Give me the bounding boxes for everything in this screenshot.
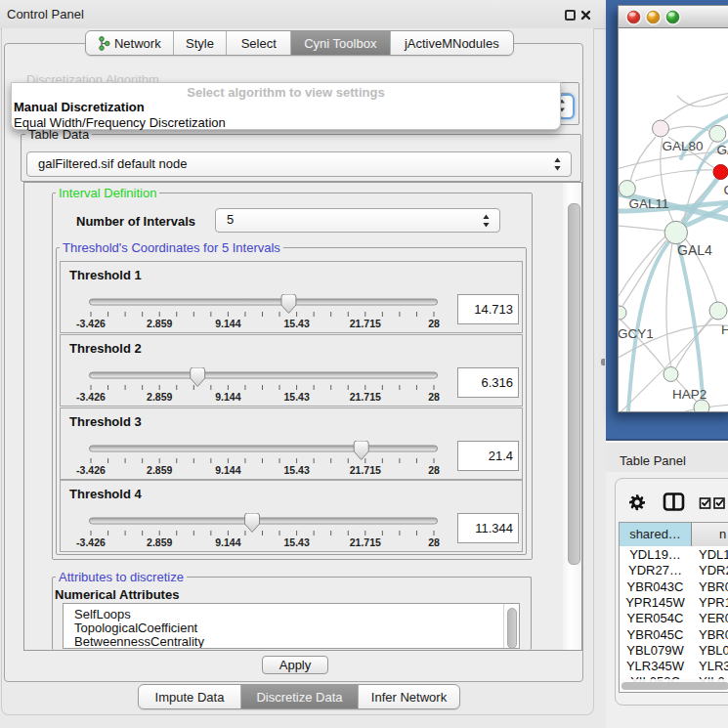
- svg-text:15.43: 15.43: [283, 391, 309, 403]
- svg-text:28: 28: [428, 391, 440, 403]
- svg-text:2.859: 2.859: [147, 391, 172, 403]
- svg-text:28: 28: [428, 464, 440, 476]
- svg-text:9.144: 9.144: [215, 318, 240, 329]
- svg-text:21.715: 21.715: [350, 464, 381, 476]
- svg-text:15.43: 15.43: [283, 318, 309, 329]
- svg-text:GA: GA: [717, 143, 728, 157]
- svg-text:21.715: 21.715: [350, 391, 381, 403]
- svg-text:2.859: 2.859: [147, 464, 172, 476]
- svg-text:-3.426: -3.426: [76, 536, 106, 548]
- svg-text:-3.426: -3.426: [76, 464, 106, 476]
- svg-text:HAP2: HAP2: [672, 387, 707, 402]
- svg-text:9.144: 9.144: [215, 536, 240, 548]
- svg-text:-3.426: -3.426: [76, 318, 106, 329]
- svg-text:CY: CY: [724, 183, 728, 197]
- svg-text:9.144: 9.144: [215, 464, 240, 476]
- svg-text:28: 28: [428, 536, 440, 548]
- svg-text:-3.426: -3.426: [76, 391, 106, 403]
- svg-text:H: H: [721, 322, 728, 337]
- svg-text:21.715: 21.715: [350, 536, 381, 548]
- svg-text:GAL80: GAL80: [663, 139, 704, 153]
- svg-text:GAL11: GAL11: [629, 196, 669, 211]
- svg-text:15.43: 15.43: [283, 536, 309, 548]
- svg-text:2.859: 2.859: [147, 318, 172, 329]
- svg-text:2.859: 2.859: [147, 536, 172, 548]
- svg-text:GAL4: GAL4: [677, 242, 712, 258]
- svg-text:21.715: 21.715: [350, 318, 381, 329]
- svg-text:28: 28: [428, 318, 440, 329]
- svg-text:15.43: 15.43: [283, 464, 309, 476]
- svg-text:GCY1: GCY1: [619, 326, 654, 341]
- svg-text:9.144: 9.144: [215, 391, 240, 403]
